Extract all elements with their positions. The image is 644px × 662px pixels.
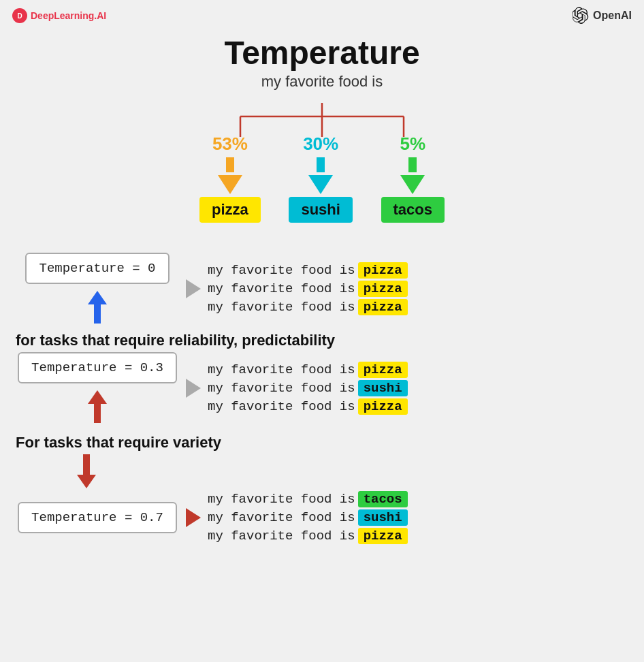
temp07-out3-word: pizza xyxy=(358,528,408,544)
red-down-shaft xyxy=(83,454,90,475)
temp03-up-arrow xyxy=(88,390,107,423)
temp07-out1: my favorite food is tacos xyxy=(208,491,408,507)
red-down-head xyxy=(77,475,96,488)
page-title: Temperature xyxy=(224,34,419,72)
temp03-out3: my favorite food is pizza xyxy=(208,398,408,415)
temp0-arrow-shape xyxy=(186,279,201,298)
temp0-up-arrow xyxy=(88,291,107,324)
temp0-out2: my favorite food is pizza xyxy=(208,281,408,297)
temp07-out1-prefix: my favorite food is xyxy=(208,492,355,507)
pizza-percent: 53% xyxy=(212,133,248,155)
temp03-box: Temperature = 0.3 xyxy=(18,352,177,383)
temp07-box: Temperature = 0.7 xyxy=(18,502,177,533)
tacos-badge: tacos xyxy=(381,197,445,223)
temp07-section: Temperature = 0.7 my favorite food is ta… xyxy=(16,491,628,546)
temp07-out2-word: sushi xyxy=(358,509,408,526)
temp0-section: Temperature = 0 my favorite food is xyxy=(16,253,628,326)
temp03-section: Temperature = 0.3 my favorite food is xyxy=(16,352,628,426)
temp0-out2-prefix: my favorite food is xyxy=(208,281,355,296)
openai-logo: OpenAI xyxy=(571,7,632,25)
temp07-right-arrow xyxy=(186,508,201,527)
temp0-right-arrow xyxy=(186,279,201,298)
sushi-item: 30% sushi xyxy=(289,133,352,223)
sushi-arrow-head xyxy=(308,175,333,194)
temp03-out2-prefix: my favorite food is xyxy=(208,381,355,396)
temp03-arrow-shape xyxy=(186,379,201,398)
temp0-out1: my favorite food is pizza xyxy=(208,262,408,279)
temp07-row: Temperature = 0.7 my favorite food is ta… xyxy=(16,491,628,544)
dl-icon: D xyxy=(12,8,27,23)
blue-arrow-shaft xyxy=(94,304,101,324)
tacos-item: 5% tacos xyxy=(381,133,445,223)
temp0-out3-prefix: my favorite food is xyxy=(208,300,355,315)
openai-icon xyxy=(571,7,589,25)
pizza-item: 53% pizza xyxy=(199,133,261,223)
temp03-out1-prefix: my favorite food is xyxy=(208,362,355,377)
temp07-out2: my favorite food is sushi xyxy=(208,509,408,526)
tacos-arrow-head xyxy=(400,175,425,194)
header: D DeepLearning.AI OpenAI xyxy=(0,0,644,31)
temp07-outputs: my favorite food is tacos my favorite fo… xyxy=(208,491,408,544)
temp0-out3: my favorite food is pizza xyxy=(208,299,408,315)
temp03-out3-prefix: my favorite food is xyxy=(208,399,355,414)
temp03-out1-word: pizza xyxy=(358,362,408,378)
temp0-outputs: my favorite food is pizza my favorite fo… xyxy=(208,262,408,315)
percent-row: 53% pizza 30% sushi 5% tacos xyxy=(199,133,445,223)
temp07-arrow-shape xyxy=(186,508,201,527)
temp07-out1-word: tacos xyxy=(358,491,408,507)
pizza-arrow-head xyxy=(218,175,242,194)
blue-arrow-shape xyxy=(88,291,107,324)
red-up-arrow-head xyxy=(88,390,107,404)
red-down-arrow-container xyxy=(16,454,628,488)
page-subtitle: my favorite food is xyxy=(261,73,383,91)
sushi-badge: sushi xyxy=(289,197,352,223)
temp0-out3-word: pizza xyxy=(358,299,408,315)
temp07-out3-prefix: my favorite food is xyxy=(208,529,355,543)
red-up-arrow-shape xyxy=(88,390,107,423)
main-content: Temperature my favorite food is 53% pizz… xyxy=(0,34,644,551)
temp03-right-arrow xyxy=(186,379,201,398)
desc-reliability: for tasks that require reliability, pred… xyxy=(16,332,628,349)
pizza-badge: pizza xyxy=(199,197,261,223)
desc-variety: For tasks that require variety xyxy=(16,434,628,452)
temp07-out2-prefix: my favorite food is xyxy=(208,510,355,525)
temp0-out1-word: pizza xyxy=(358,262,408,279)
red-down-arrow-shape xyxy=(77,454,96,488)
blue-arrow-head xyxy=(88,291,107,304)
temp03-out3-word: pizza xyxy=(358,398,408,415)
sections-area: Temperature = 0 my favorite food is xyxy=(16,253,628,551)
temp03-out1: my favorite food is pizza xyxy=(208,362,408,378)
dl-label: DeepLearning.AI xyxy=(31,10,106,21)
red-up-arrow-shaft xyxy=(94,404,101,423)
sushi-percent: 30% xyxy=(303,133,338,155)
tacos-percent: 5% xyxy=(400,133,425,155)
temp03-row: Temperature = 0.3 my favorite food is xyxy=(16,352,628,424)
temp03-outputs: my favorite food is pizza my favorite fo… xyxy=(208,362,408,415)
tree-diagram: 53% pizza 30% sushi 5% tacos xyxy=(179,103,465,239)
temp0-box: Temperature = 0 xyxy=(25,253,169,284)
openai-label: OpenAI xyxy=(593,10,632,22)
temp0-out1-prefix: my favorite food is xyxy=(208,263,355,278)
temp0-out2-word: pizza xyxy=(358,281,408,297)
temp03-out2-word: sushi xyxy=(358,380,408,396)
temp03-out2: my favorite food is sushi xyxy=(208,380,408,396)
temp07-out3: my favorite food is pizza xyxy=(208,528,408,544)
deeplearning-logo: D DeepLearning.AI xyxy=(12,8,106,23)
temp0-row: Temperature = 0 my favorite food is xyxy=(16,253,628,325)
